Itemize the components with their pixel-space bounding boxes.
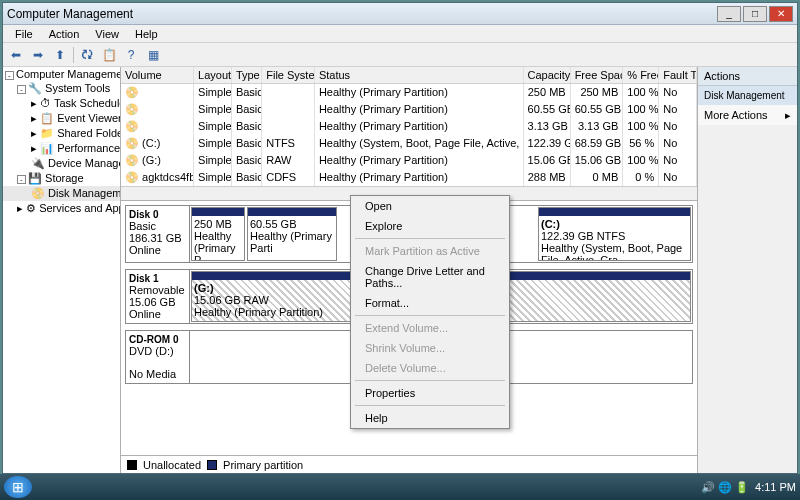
- col-layout[interactable]: Layout: [194, 67, 232, 83]
- volume-header: Volume Layout Type File System Status Ca…: [121, 67, 697, 84]
- tray-icons[interactable]: 🔊 🌐 🔋: [701, 481, 749, 494]
- volume-row[interactable]: 📀 agktdcs4fb (E:)SimpleBasicCDFSHealthy …: [121, 169, 697, 186]
- ctx-mark-active[interactable]: Mark Partition as Active: [351, 241, 509, 261]
- ctx-change-drive-letter[interactable]: Change Drive Letter and Paths...: [351, 261, 509, 293]
- properties-icon[interactable]: 📋: [100, 46, 118, 64]
- ctx-properties[interactable]: Properties: [351, 383, 509, 403]
- minimize-button[interactable]: _: [717, 6, 741, 22]
- clock[interactable]: 4:11 PM: [755, 481, 796, 493]
- tree-shared-folders[interactable]: ▸ 📁 Shared Folders: [3, 126, 120, 141]
- disk-0-info: Disk 0 Basic 186.31 GB Online: [126, 206, 190, 262]
- tree-services[interactable]: ▸ ⚙ Services and Applications: [3, 201, 120, 216]
- start-button[interactable]: ⊞: [4, 476, 32, 498]
- volume-row[interactable]: 📀 SimpleBasicHealthy (Primary Partition)…: [121, 118, 697, 135]
- actions-more[interactable]: More Actions ▸: [698, 105, 797, 125]
- legend-unalloc-label: Unallocated: [143, 459, 201, 471]
- window-title: Computer Management: [7, 7, 717, 21]
- disk0-part2[interactable]: 60.55 GBHealthy (Primary Parti: [247, 207, 337, 261]
- col-filesystem[interactable]: File System: [262, 67, 315, 83]
- close-button[interactable]: ✕: [769, 6, 793, 22]
- back-icon[interactable]: ⬅: [7, 46, 25, 64]
- col-free[interactable]: Free Space: [571, 67, 624, 83]
- volume-row[interactable]: 📀 SimpleBasicHealthy (Primary Partition)…: [121, 84, 697, 101]
- tree-device-manager[interactable]: 🔌 Device Manager: [3, 156, 120, 171]
- ctx-open[interactable]: Open: [351, 196, 509, 216]
- disk0-part-c[interactable]: (C:)122.39 GB NTFSHealthy (System, Boot,…: [538, 207, 691, 261]
- tree-task-scheduler[interactable]: ▸ ⏱ Task Scheduler: [3, 96, 120, 111]
- tree-system-tools[interactable]: -🔧 System Tools: [3, 81, 120, 96]
- tree-event-viewer[interactable]: ▸ 📋 Event Viewer: [3, 111, 120, 126]
- forward-icon[interactable]: ➡: [29, 46, 47, 64]
- ctx-extend-volume[interactable]: Extend Volume...: [351, 318, 509, 338]
- legend-unalloc-swatch: [127, 460, 137, 470]
- tree-storage[interactable]: -💾 Storage: [3, 171, 120, 186]
- cdrom-info: CD-ROM 0 DVD (D:) No Media: [126, 331, 190, 383]
- refresh-icon[interactable]: 🗘: [78, 46, 96, 64]
- actions-disk-mgmt[interactable]: Disk Management: [698, 86, 797, 105]
- legend: Unallocated Primary partition: [121, 455, 697, 473]
- disk0-part1[interactable]: 250 MBHealthy (Primary P: [191, 207, 245, 261]
- ctx-explore[interactable]: Explore: [351, 216, 509, 236]
- col-pctfree[interactable]: % Free: [623, 67, 659, 83]
- col-type[interactable]: Type: [232, 67, 262, 83]
- menu-view[interactable]: View: [87, 26, 127, 42]
- ctx-shrink-volume[interactable]: Shrink Volume...: [351, 338, 509, 358]
- tree-performance[interactable]: ▸ 📊 Performance: [3, 141, 120, 156]
- volume-row[interactable]: 📀 SimpleBasicHealthy (Primary Partition)…: [121, 101, 697, 118]
- col-status[interactable]: Status: [315, 67, 524, 83]
- actions-header: Actions: [698, 67, 797, 86]
- up-icon[interactable]: ⬆: [51, 46, 69, 64]
- menu-help[interactable]: Help: [127, 26, 166, 42]
- ctx-format[interactable]: Format...: [351, 293, 509, 313]
- actions-pane: Actions Disk Management More Actions ▸: [697, 67, 797, 473]
- ctx-delete-volume[interactable]: Delete Volume...: [351, 358, 509, 378]
- legend-primary-label: Primary partition: [223, 459, 303, 471]
- col-volume[interactable]: Volume: [121, 67, 194, 83]
- menubar: File Action View Help: [3, 25, 797, 43]
- volume-list: Volume Layout Type File System Status Ca…: [121, 67, 697, 186]
- view-icon[interactable]: ▦: [144, 46, 162, 64]
- titlebar: Computer Management _ □ ✕: [3, 3, 797, 25]
- menu-action[interactable]: Action: [41, 26, 88, 42]
- col-fault[interactable]: Fault Tole: [659, 67, 697, 83]
- tree-root[interactable]: -Computer Management (Local: [3, 67, 120, 81]
- system-tray[interactable]: 🔊 🌐 🔋 4:11 PM: [701, 481, 796, 494]
- disk-1-info: Disk 1 Removable 15.06 GB Online: [126, 270, 190, 323]
- nav-tree[interactable]: -Computer Management (Local -🔧 System To…: [3, 67, 121, 473]
- volume-row[interactable]: 📀 (G:)SimpleBasicRAWHealthy (Primary Par…: [121, 152, 697, 169]
- tree-disk-management[interactable]: 📀 Disk Management: [3, 186, 120, 201]
- help-icon[interactable]: ?: [122, 46, 140, 64]
- menu-file[interactable]: File: [7, 26, 41, 42]
- col-capacity[interactable]: Capacity: [524, 67, 571, 83]
- volume-row[interactable]: 📀 (C:)SimpleBasicNTFSHealthy (System, Bo…: [121, 135, 697, 152]
- taskbar[interactable]: ⊞ 🔊 🌐 🔋 4:11 PM: [0, 474, 800, 500]
- ctx-help[interactable]: Help: [351, 408, 509, 428]
- toolbar: ⬅ ➡ ⬆ 🗘 📋 ? ▦: [3, 43, 797, 67]
- maximize-button[interactable]: □: [743, 6, 767, 22]
- legend-primary-swatch: [207, 460, 217, 470]
- context-menu: Open Explore Mark Partition as Active Ch…: [350, 195, 510, 429]
